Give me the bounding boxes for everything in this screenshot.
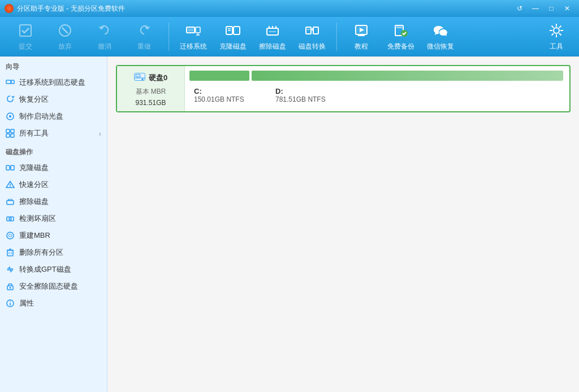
restore-sidebar-icon [6, 95, 15, 104]
svg-rect-0 [20, 25, 31, 36]
sidebar-item-delete-all[interactable]: 删除所有分区 [0, 244, 107, 261]
svg-line-38 [552, 33, 554, 36]
close-button[interactable]: ✕ [560, 3, 574, 14]
sidebar-item-migrate[interactable]: 迁移系统到固态硬盘 [0, 74, 107, 91]
disk-hdd-icon [134, 71, 145, 85]
partition-d-name: D: [275, 87, 560, 95]
wipe-button[interactable]: 擦除磁盘 [253, 20, 292, 54]
alltools-sidebar-icon [6, 129, 15, 138]
rebuild-mbr-label: 重建MBR [19, 230, 50, 241]
sidebar-item-boot[interactable]: 制作启动光盘 [0, 108, 107, 125]
boot-sidebar-label: 制作启动光盘 [19, 111, 63, 121]
boot-sidebar-icon [6, 112, 15, 121]
disk-info-header: 硬盘0 [134, 71, 167, 85]
wipe-sidebar-label: 擦除磁盘 [19, 197, 49, 207]
partition-label-d[interactable]: D: 781.51GB NTFS [271, 83, 565, 107]
tutorial-button[interactable]: 教程 [342, 20, 381, 54]
backup-label: 免费备份 [387, 42, 414, 51]
clone-icon [224, 22, 242, 40]
toolbar-group-actions: 提交 放弃 撤消 [6, 20, 164, 54]
svg-point-74 [141, 79, 143, 80]
svg-rect-47 [11, 134, 14, 137]
disk-card[interactable]: 硬盘0 基本 MBR 931.51GB C: 150.01GB NTFS D: [116, 65, 571, 112]
tools-button[interactable]: 工具 [539, 20, 573, 54]
svg-point-70 [10, 301, 11, 302]
sidebar-item-rebuild-mbr[interactable]: 重建MBR [0, 227, 107, 244]
svg-point-67 [10, 287, 11, 289]
backup-button[interactable]: 免费备份 [381, 20, 421, 54]
svg-line-2 [62, 28, 68, 33]
svg-line-35 [552, 26, 554, 28]
svg-line-36 [559, 33, 561, 36]
svg-point-43 [9, 115, 11, 117]
wipe-label: 擦除磁盘 [259, 42, 286, 51]
main-layout: 向导 迁移系统到固态硬盘 恢复分区 [0, 56, 579, 392]
quickpart-sidebar-label: 快速分区 [19, 180, 49, 190]
disk-size: 931.51GB [135, 99, 166, 107]
wechat-button[interactable]: 微信恢复 [421, 20, 460, 54]
partition-c-name: C: [194, 87, 264, 95]
tools-icon [547, 22, 565, 40]
svg-rect-10 [234, 27, 240, 34]
redo-button[interactable]: 重做 [124, 20, 164, 54]
discard-button[interactable]: 放弃 [45, 20, 85, 54]
svg-point-60 [7, 232, 14, 239]
sidebar-item-wipe[interactable]: 擦除磁盘 [0, 193, 107, 210]
partition-bar-c [189, 71, 249, 81]
undo-icon [96, 22, 114, 40]
sidebar-item-badsector[interactable]: 检测坏扇区 [0, 210, 107, 227]
partition-d-size: 781.51GB NTFS [275, 95, 560, 103]
toolbar-group-extra: 教程 免费备份 微信恢复 [342, 20, 460, 54]
migrate-button[interactable]: 迁移系统 [174, 20, 213, 54]
svg-rect-61 [7, 250, 13, 256]
badsector-sidebar-icon [6, 214, 15, 223]
svg-rect-39 [6, 80, 11, 84]
wechat-label: 微信恢复 [427, 42, 454, 51]
submit-label: 提交 [19, 42, 32, 51]
sidebar-item-convert-gpt[interactable]: 转换成GPT磁盘 [0, 261, 107, 278]
refresh-button[interactable]: ↺ [512, 3, 527, 14]
migrate-sidebar-label: 迁移系统到固态硬盘 [19, 77, 85, 88]
disk-info: 硬盘0 基本 MBR 931.51GB [117, 66, 185, 111]
sidebar-item-clone[interactable]: 克隆磁盘 [0, 159, 107, 176]
tutorial-icon [352, 22, 370, 40]
migrate-label: 迁移系统 [180, 42, 207, 51]
alltools-sidebar-label: 所有工具 [19, 128, 49, 138]
undo-button[interactable]: 撤消 [85, 20, 124, 54]
tools-label: 工具 [550, 42, 563, 51]
sidebar-item-property[interactable]: 属性 [0, 295, 107, 312]
restore-button[interactable]: □ [544, 3, 559, 14]
title-bar: 分区助手专业版 - 无损分区免费软件 ↺ — □ ✕ [0, 0, 579, 17]
convert-button[interactable]: 磁盘转换 [292, 20, 332, 54]
title-controls: ↺ — □ ✕ [512, 3, 574, 14]
svg-rect-40 [11, 80, 14, 84]
undo-label: 撤消 [98, 42, 111, 51]
svg-rect-20 [313, 27, 318, 34]
guide-section-title: 向导 [0, 56, 107, 74]
svg-point-53 [10, 186, 11, 188]
partition-label-c[interactable]: C: 150.01GB NTFS [189, 83, 269, 107]
submit-button[interactable]: 提交 [6, 20, 45, 54]
svg-rect-48 [6, 165, 10, 170]
title-bar-left: 分区助手专业版 - 无损分区免费软件 [5, 4, 125, 14]
sidebar-item-secure-erase[interactable]: 安全擦除固态硬盘 [0, 278, 107, 295]
sidebar-item-restore[interactable]: 恢复分区 [0, 91, 107, 108]
submit-icon [16, 22, 34, 40]
sidebar-item-quickpart[interactable]: 快速分区 [0, 176, 107, 193]
clone-sidebar-icon [6, 163, 15, 172]
secure-erase-label: 安全擦除固态硬盘 [19, 281, 78, 291]
title-text: 分区助手专业版 - 无损分区免费软件 [17, 4, 125, 14]
svg-point-30 [554, 28, 559, 33]
toolbar: 提交 放弃 撤消 [0, 17, 579, 56]
tutorial-label: 教程 [355, 42, 368, 51]
svg-rect-49 [11, 165, 14, 170]
partitions: C: 150.01GB NTFS D: 781.51GB NTFS [185, 66, 569, 111]
rebuild-mbr-icon [6, 231, 15, 240]
convert-label: 磁盘转换 [299, 42, 326, 51]
sidebar-item-alltools[interactable]: 所有工具 › [0, 125, 107, 142]
minimize-button[interactable]: — [528, 3, 543, 14]
alltools-arrow-icon: › [99, 129, 101, 138]
property-icon [6, 299, 15, 308]
content-area: 硬盘0 基本 MBR 931.51GB C: 150.01GB NTFS D: [107, 56, 579, 392]
clone-button[interactable]: 克隆磁盘 [213, 20, 253, 54]
